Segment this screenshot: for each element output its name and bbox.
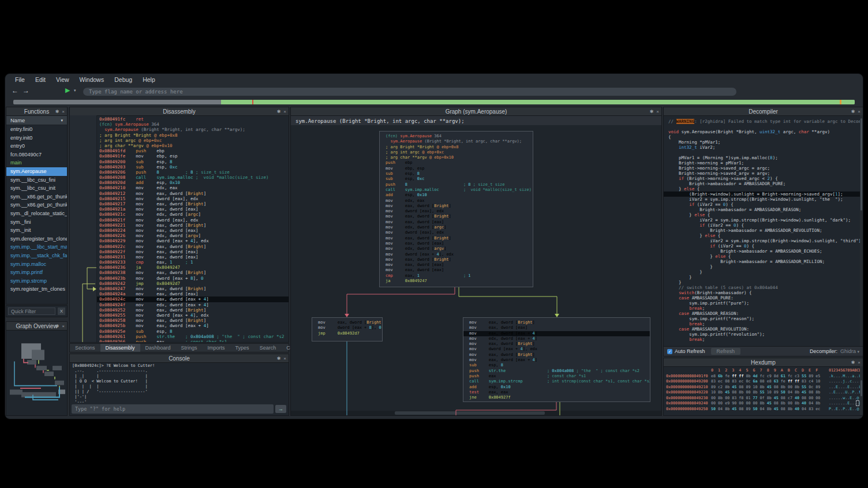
- disasm-line[interactable]: 0x08049206 push 8 ; 8 ; size_t size: [97, 170, 289, 175]
- function-item[interactable]: sym.Aeropause: [6, 167, 67, 176]
- function-item[interactable]: entry.fini0: [6, 125, 67, 134]
- disasm-line[interactable]: ; arg Bright *Bright @ ebp+0x8: [97, 133, 289, 138]
- close-icon[interactable]: ×: [858, 360, 860, 365]
- disasm-line[interactable]: 0x0804925e sub esp, 8: [97, 329, 289, 334]
- menu-windows[interactable]: Windows: [74, 76, 110, 83]
- function-item[interactable]: sym.register_tm_clones: [6, 285, 67, 294]
- function-item[interactable]: sym.imp.__libc_start_main: [6, 243, 67, 251]
- disasm-line[interactable]: 0x0804924c mov eax, dword [eax + 4]: [97, 296, 289, 302]
- disasm-line[interactable]: 0x08049215 mov dword [eax], edx: [97, 196, 289, 201]
- play-caret-icon[interactable]: ▾: [74, 88, 76, 93]
- function-item[interactable]: sym.deregister_tm_clones: [6, 235, 67, 243]
- gear-icon[interactable]: ✱: [851, 360, 855, 365]
- disasm-line[interactable]: 0x08049208 call sym.imp.malloc ; void *m…: [97, 175, 289, 180]
- disasm-line[interactable]: 0x08049261 push str.the ; 0x804a008 ; "t…: [97, 334, 289, 339]
- disasm-line[interactable]: 0x08049231 mov eax, dword [eax]: [97, 254, 289, 260]
- function-item[interactable]: fcn.080490c7: [6, 151, 67, 159]
- close-icon[interactable]: ×: [283, 109, 286, 114]
- decompiler-scrollbar[interactable]: [860, 115, 863, 347]
- auto-refresh-checkbox[interactable]: ✓: [667, 349, 672, 354]
- tab-disassembly[interactable]: Disassembly: [100, 344, 140, 352]
- gear-icon[interactable]: ✱: [277, 109, 281, 114]
- function-item[interactable]: sym.__libc_csu_init: [6, 184, 67, 193]
- decompiler-select[interactable]: Ghidra ▾: [840, 348, 859, 354]
- address-seekbar[interactable]: [13, 100, 855, 104]
- disasm-line[interactable]: 0x0804922c mov eax, dword [Bright]: [97, 244, 289, 249]
- close-icon[interactable]: ×: [858, 109, 860, 114]
- function-item[interactable]: sym._dl_relocate_static_pie: [6, 209, 67, 218]
- disasm-line[interactable]: 0x0804924a mov eax, dword [eax]: [97, 291, 289, 296]
- function-item[interactable]: sym._fini: [6, 218, 67, 227]
- disasm-line[interactable]: 0x0804921f mov dword [eax], edx: [97, 217, 289, 223]
- tab-imports[interactable]: Imports: [203, 344, 230, 352]
- hexdump-row[interactable]: 0x000000000804920083 ec 08 83 ec 0c 6a 0…: [666, 379, 857, 385]
- console-send-button[interactable]: →: [275, 405, 286, 413]
- gear-icon[interactable]: ✱: [55, 324, 59, 329]
- tab-strings[interactable]: Strings: [176, 344, 203, 352]
- hexdump-scrollbar[interactable]: [860, 366, 863, 415]
- disasm-line[interactable]: 0x0804922f mov eax, dword [eax]: [97, 249, 289, 254]
- function-item[interactable]: sym.imp.malloc: [6, 260, 67, 269]
- function-item[interactable]: sym.imp.__stack_chk_fail: [6, 251, 67, 260]
- disasm-line[interactable]: 0x08049255 mov dword [eax + 4], edx: [97, 313, 289, 318]
- disasm-line[interactable]: 0x0804921c mov edx, dword [argc]: [97, 212, 289, 217]
- disasm-line[interactable]: 0x08049233 cmp eax, 1 ; 1: [97, 260, 289, 265]
- disasm-line[interactable]: 0x0804924f mov edx, dword [eax + 4]: [97, 302, 289, 307]
- hexdump-row[interactable]: 0x000000000804925050 04 8b 45 08 89 50 0…: [666, 407, 857, 412]
- tab-sections[interactable]: Sections: [70, 344, 100, 352]
- disasm-line[interactable]: 0x08049200 sub esp, 8: [97, 159, 289, 164]
- disasm-line[interactable]: 0x08049203 sub esp, 0xc: [97, 164, 289, 170]
- graph-canvas[interactable]: (fcn) sym.Aeropause 364 sym.Aeropause (B…: [291, 125, 661, 415]
- close-icon[interactable]: ×: [62, 324, 65, 329]
- disasm-line[interactable]: 0x08049252 mov eax, dword [Bright]: [97, 307, 289, 313]
- tab-search[interactable]: Search: [255, 344, 282, 352]
- disasm-line[interactable]: 0x0804923b mov dword [eax + 8], 0: [97, 276, 289, 281]
- graph-block-false-branch[interactable]: mov eax, dword [Bright]mov dword [eax + …: [312, 317, 383, 341]
- close-icon[interactable]: ×: [283, 356, 286, 361]
- disasm-line[interactable]: 0x08049247 mov eax, dword [Bright]: [97, 286, 289, 291]
- disasm-line[interactable]: 0x0804920d add esp, 0x10: [97, 180, 289, 185]
- disasm-line[interactable]: 0x08049221 mov eax, dword [Bright]: [97, 223, 289, 228]
- hexdump-row[interactable]: 0x000000000804923000 8b 00 83 f8 01 77 0…: [666, 396, 857, 401]
- function-item[interactable]: entry0: [6, 142, 67, 151]
- gear-icon[interactable]: ✱: [277, 356, 281, 361]
- disasm-line[interactable]: 0x08049217 mov eax, dword [Bright]: [97, 201, 289, 207]
- menu-help[interactable]: Help: [137, 76, 160, 83]
- tab-dashboard[interactable]: Dashboard: [140, 344, 176, 352]
- disasm-line[interactable]: 0x08049210 mov edx, eax: [97, 185, 289, 190]
- disasm-line[interactable]: ; arg int argc @ ebp+0xc: [97, 138, 289, 143]
- omnibar-input[interactable]: [83, 88, 736, 96]
- menu-debug[interactable]: Debug: [109, 76, 137, 83]
- disasm-line[interactable]: 0x08049224 mov eax, dword [eax]: [97, 228, 289, 233]
- disasm-line[interactable]: 0x08049242 jmp 0x80492d7: [97, 281, 289, 286]
- function-item[interactable]: sym.__x86.get_pc_thunk.bp: [6, 193, 67, 201]
- function-item[interactable]: sym.imp.printf: [6, 268, 67, 277]
- disasm-line[interactable]: 0x08049236 ja 0x8049247: [97, 265, 289, 270]
- graph-minimap[interactable]: [6, 331, 67, 416]
- graph-block-entry[interactable]: (fcn) sym.Aeropause 364 sym.Aeropause (B…: [379, 131, 533, 287]
- back-arrow-icon[interactable]: ←: [10, 87, 20, 95]
- debug-play-icon[interactable]: ▶: [65, 87, 70, 94]
- menu-edit[interactable]: Edit: [30, 76, 51, 83]
- disasm-line[interactable]: 0x080491fc ret: [97, 117, 289, 122]
- gear-icon[interactable]: ✱: [650, 109, 654, 114]
- close-icon[interactable]: ×: [62, 109, 65, 114]
- function-item[interactable]: entry.init0: [6, 134, 67, 142]
- functions-sort-header[interactable]: Name ▾: [6, 116, 67, 125]
- menu-view[interactable]: View: [51, 76, 74, 83]
- filter-clear-button[interactable]: X: [58, 307, 65, 315]
- gear-icon[interactable]: ✱: [55, 109, 59, 114]
- console-input[interactable]: [72, 404, 274, 414]
- hexdump-row[interactable]: 0x00000000080491f0e8 6b fe ff ff 8b 4d f…: [666, 374, 857, 380]
- hexdump-row[interactable]: 0x000000000804921089 c2 8b 45 08 89 10 8…: [666, 385, 857, 391]
- tab-types[interactable]: Types: [230, 344, 255, 352]
- disasm-line[interactable]: 0x0804925b mov eax, dword [eax + 4]: [97, 323, 289, 328]
- quick-filter-input[interactable]: [8, 307, 55, 315]
- function-item[interactable]: main: [6, 159, 67, 167]
- disasm-line[interactable]: 0x080491fe mov ebp, esp: [97, 153, 289, 159]
- function-item[interactable]: sym._init: [6, 226, 67, 235]
- disasm-line[interactable]: ; arg char **argv @ ebp+0x10: [97, 143, 289, 148]
- hexdump-row[interactable]: 0x000000000804922010 8b 45 08 8b 00 8b 5…: [666, 390, 857, 396]
- function-item[interactable]: sym.imp.strcmp: [6, 277, 67, 286]
- close-icon[interactable]: ×: [656, 109, 659, 114]
